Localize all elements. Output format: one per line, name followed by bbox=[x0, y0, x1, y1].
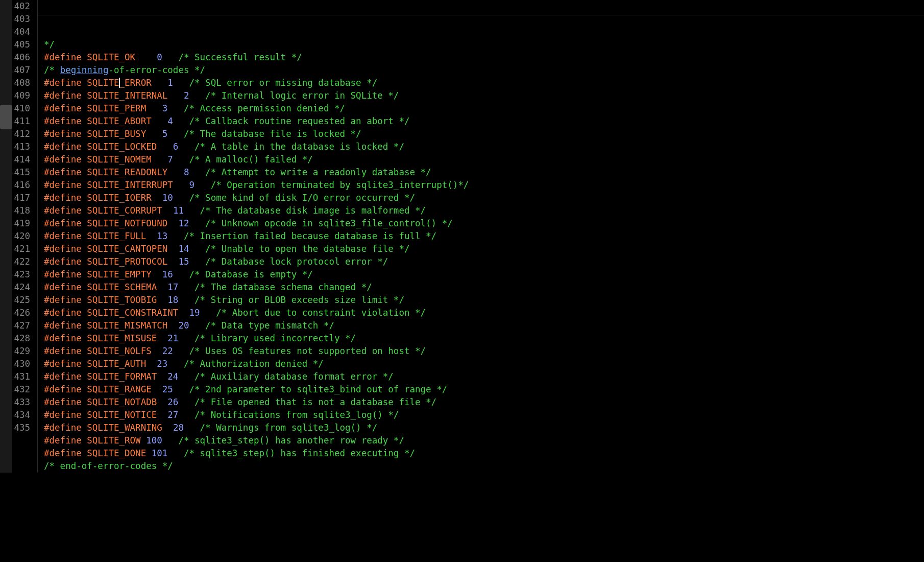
code-line[interactable]: #define SQLITE_LOCKED 6 /* A table in th… bbox=[44, 140, 924, 153]
line-number[interactable]: 425 bbox=[12, 294, 30, 307]
line-number[interactable]: 434 bbox=[12, 409, 30, 421]
code-line[interactable]: #define SQLITE_ERROR 1 /* SQL error or m… bbox=[44, 77, 924, 89]
code-line[interactable]: #define SQLITE_WARNING 28 /* Warnings fr… bbox=[44, 421, 924, 434]
code-line[interactable]: #define SQLITE_PERM 3 /* Access permissi… bbox=[44, 102, 924, 115]
preprocessor-directive: #define bbox=[44, 78, 87, 88]
code-line[interactable]: #define SQLITE_MISUSE 21 /* Library used… bbox=[44, 332, 924, 345]
line-number[interactable]: 408 bbox=[12, 77, 30, 89]
line-number[interactable]: 409 bbox=[12, 89, 30, 102]
code-line[interactable]: #define SQLITE_NOMEM 7 /* A malloc() fai… bbox=[44, 153, 924, 166]
code-line[interactable]: #define SQLITE_CANTOPEN 14 /* Unable to … bbox=[44, 243, 924, 255]
code-line[interactable]: #define SQLITE_FULL 13 /* Insertion fail… bbox=[44, 230, 924, 243]
code-line[interactable]: #define SQLITE_NOLFS 22 /* Uses OS featu… bbox=[44, 345, 924, 358]
line-number-gutter[interactable]: 4024034044054064074084094104114124134144… bbox=[12, 0, 38, 473]
code-line[interactable]: #define SQLITE_ABORT 4 /* Callback routi… bbox=[44, 115, 924, 128]
macro-value: 18 bbox=[157, 295, 178, 305]
macro-value: 19 bbox=[178, 308, 200, 318]
code-area[interactable]: */#define SQLITE_OK 0 /* Successful resu… bbox=[38, 0, 924, 473]
line-number[interactable]: 435 bbox=[12, 421, 30, 434]
line-number[interactable]: 414 bbox=[12, 153, 30, 166]
comment-text: /* File opened that is not a database fi… bbox=[194, 397, 436, 407]
macro-name: SQLITE_CANTOPEN bbox=[87, 244, 167, 254]
macro-value: 14 bbox=[167, 244, 189, 254]
spacing bbox=[189, 218, 206, 228]
line-number[interactable]: 430 bbox=[12, 358, 30, 370]
code-line[interactable]: #define SQLITE_IOERR 10 /* Some kind of … bbox=[44, 192, 924, 204]
line-number[interactable]: 413 bbox=[12, 140, 30, 153]
code-line[interactable]: /* end-of-error-codes */ bbox=[44, 460, 924, 473]
comment-text: /* The database file is locked */ bbox=[184, 129, 361, 139]
preprocessor-directive: #define bbox=[44, 346, 87, 356]
scroll-thumb[interactable] bbox=[0, 105, 12, 129]
line-number[interactable]: 415 bbox=[12, 166, 30, 179]
code-line[interactable]: #define SQLITE_ROW 100 /* sqlite3_step()… bbox=[44, 434, 924, 447]
line-number[interactable]: 407 bbox=[12, 64, 30, 77]
line-number[interactable]: 424 bbox=[12, 281, 30, 294]
macro-value: 5 bbox=[146, 129, 167, 139]
macro-value: 13 bbox=[146, 231, 167, 241]
code-line[interactable]: /* beginning-of-error-codes */ bbox=[44, 64, 924, 77]
macro-name: SQLITE_INTERNAL bbox=[87, 90, 167, 101]
line-number[interactable]: 429 bbox=[12, 345, 30, 358]
line-number[interactable]: 433 bbox=[12, 396, 30, 409]
code-line[interactable]: #define SQLITE_INTERRUPT 9 /* Operation … bbox=[44, 179, 924, 192]
preprocessor-directive: #define bbox=[44, 154, 87, 165]
code-line[interactable]: #define SQLITE_NOTFOUND 12 /* Unknown op… bbox=[44, 217, 924, 230]
code-line[interactable]: #define SQLITE_INTERNAL 2 /* Internal lo… bbox=[44, 89, 924, 102]
comment-text: /* Database is empty */ bbox=[189, 269, 313, 279]
line-number[interactable]: 423 bbox=[12, 268, 30, 281]
macro-value: 101 bbox=[146, 448, 167, 458]
line-number[interactable]: 420 bbox=[12, 230, 30, 243]
preprocessor-directive: #define bbox=[44, 269, 87, 279]
line-number[interactable]: 419 bbox=[12, 217, 30, 230]
line-number[interactable]: 416 bbox=[12, 179, 30, 192]
code-editor[interactable]: 4024034044054064074084094104114124134144… bbox=[0, 0, 924, 473]
code-line[interactable]: #define SQLITE_EMPTY 16 /* Database is e… bbox=[44, 268, 924, 281]
code-line[interactable]: #define SQLITE_READONLY 8 /* Attempt to … bbox=[44, 166, 924, 179]
code-line[interactable]: #define SQLITE_NOTADB 26 /* File opened … bbox=[44, 396, 924, 409]
code-line[interactable]: #define SQLITE_MISMATCH 20 /* Data type … bbox=[44, 319, 924, 332]
code-line[interactable]: #define SQLITE_RANGE 25 /* 2nd parameter… bbox=[44, 383, 924, 396]
scrollbar-margin[interactable] bbox=[0, 0, 12, 473]
code-line[interactable]: #define SQLITE_OK 0 /* Successful result… bbox=[44, 51, 924, 64]
comment-text: /* The database schema changed */ bbox=[194, 282, 372, 292]
doc-link[interactable]: beginning bbox=[60, 65, 109, 75]
line-number[interactable]: 428 bbox=[12, 332, 30, 345]
code-line[interactable]: #define SQLITE_AUTH 23 /* Authorization … bbox=[44, 358, 924, 370]
code-line[interactable]: */ bbox=[44, 38, 924, 51]
spacing bbox=[178, 282, 194, 292]
line-number[interactable]: 404 bbox=[12, 26, 30, 38]
line-number[interactable]: 426 bbox=[12, 307, 30, 319]
code-line[interactable]: #define SQLITE_FORMAT 24 /* Auxiliary da… bbox=[44, 370, 924, 383]
line-number[interactable]: 412 bbox=[12, 128, 30, 140]
spacing bbox=[173, 269, 189, 279]
spacing bbox=[189, 256, 206, 267]
code-line[interactable]: #define SQLITE_DONE 101 /* sqlite3_step(… bbox=[44, 447, 924, 460]
code-line[interactable]: #define SQLITE_CORRUPT 11 /* The databas… bbox=[44, 204, 924, 217]
line-number[interactable]: 427 bbox=[12, 319, 30, 332]
code-line[interactable]: #define SQLITE_CONSTRAINT 19 /* Abort du… bbox=[44, 307, 924, 319]
macro-name: SQLITE_CORRUPT bbox=[87, 205, 162, 216]
code-line[interactable]: #define SQLITE_SCHEMA 17 /* The database… bbox=[44, 281, 924, 294]
line-number[interactable]: 421 bbox=[12, 243, 30, 255]
line-number[interactable]: 405 bbox=[12, 38, 30, 51]
line-number[interactable]: 402 bbox=[12, 0, 30, 13]
code-line[interactable]: #define SQLITE_PROTOCOL 15 /* Database l… bbox=[44, 255, 924, 268]
line-number[interactable]: 410 bbox=[12, 102, 30, 115]
line-number[interactable]: 403 bbox=[12, 13, 30, 26]
line-number[interactable]: 406 bbox=[12, 51, 30, 64]
line-number[interactable]: 417 bbox=[12, 192, 30, 204]
code-line[interactable]: #define SQLITE_NOTICE 27 /* Notification… bbox=[44, 409, 924, 421]
preprocessor-directive: #define bbox=[44, 397, 87, 407]
line-number[interactable]: 432 bbox=[12, 383, 30, 396]
line-number[interactable]: 422 bbox=[12, 255, 30, 268]
code-line[interactable]: #define SQLITE_TOOBIG 18 /* String or BL… bbox=[44, 294, 924, 307]
preprocessor-directive: #define bbox=[44, 90, 87, 101]
comment-text: /* Attempt to write a readonly database … bbox=[205, 167, 431, 177]
preprocessor-directive: #define bbox=[44, 295, 87, 305]
line-number[interactable]: 431 bbox=[12, 370, 30, 383]
line-number[interactable]: 418 bbox=[12, 204, 30, 217]
macro-name: SQLITE_CONSTRAINT bbox=[87, 308, 178, 318]
line-number[interactable]: 411 bbox=[12, 115, 30, 128]
code-line[interactable]: #define SQLITE_BUSY 5 /* The database fi… bbox=[44, 128, 924, 140]
